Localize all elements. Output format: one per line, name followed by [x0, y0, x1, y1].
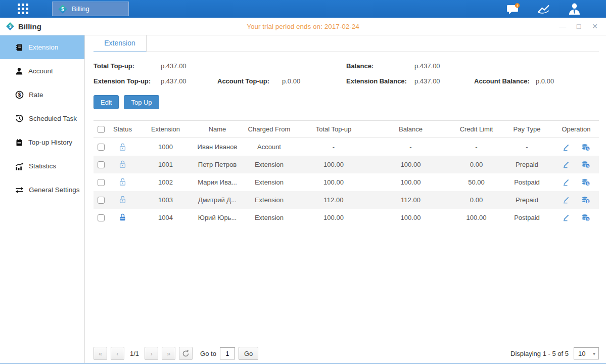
sidebar-item-extension[interactable]: Extension: [0, 35, 84, 59]
table-row: 1003 Дмитрий Д... Extension 112.00 112.0…: [94, 191, 599, 209]
close-icon[interactable]: ✕: [591, 22, 599, 30]
goto-page-input[interactable]: [220, 347, 235, 359]
svg-text:!: !: [517, 4, 518, 8]
topbar-tab-label: Billing: [72, 5, 89, 13]
app-topbar: $ Billing !: [0, 0, 606, 18]
sidebar-item-account[interactable]: Account: [0, 59, 84, 83]
reports-chart-icon[interactable]: [537, 4, 551, 15]
topbar-billing-tab[interactable]: $ Billing: [52, 2, 129, 16]
table-row: 1004 Юрий Юрь... Extension 100.00 100.00…: [94, 209, 599, 226]
pagination-right: Displaying 1 - 5 of 5 10 ▾: [510, 347, 599, 359]
col-charged-from: Charged From: [240, 121, 298, 138]
svg-text:$: $: [61, 6, 64, 12]
first-page-button[interactable]: «: [94, 347, 107, 360]
table-row: 1002 Мария Ива... Extension 100.00 100.0…: [94, 173, 599, 191]
app-grid-menu-icon[interactable]: [18, 4, 29, 15]
col-operation: Operation: [553, 121, 599, 138]
top-up-row-icon[interactable]: $: [581, 196, 590, 204]
sidebar: Extension Account $ Rate: [0, 35, 85, 363]
cell-total-topup: 100.00: [298, 209, 369, 226]
lock-unlocked-icon[interactable]: [119, 143, 126, 151]
extension-table-body: 1000 Иван Иванов Account - - - -: [94, 138, 599, 226]
row-checkbox[interactable]: [98, 197, 105, 204]
row-checkbox[interactable]: [98, 144, 105, 151]
col-extension: Extension: [136, 121, 195, 138]
user-icon: [15, 67, 23, 75]
page-size-select[interactable]: 10 ▾: [574, 347, 599, 359]
extension-table: Status Extension Name Charged From Total…: [94, 120, 599, 226]
col-pay-type: Pay Type: [500, 121, 553, 138]
svg-text:$: $: [587, 182, 589, 186]
billing-summary: Total Top-up: p.437.00 Extension Top-up:…: [94, 62, 599, 85]
top-up-button[interactable]: Top Up: [124, 95, 159, 109]
sidebar-item-label: Extension: [28, 43, 58, 51]
sidebar-item-statistics[interactable]: Statistics: [0, 154, 84, 178]
sidebar-item-topup-history[interactable]: Top-up History: [0, 130, 84, 154]
cell-charged-from: Extension: [240, 191, 298, 209]
refresh-button[interactable]: [179, 347, 193, 360]
extension-topup-value: p.437.00: [161, 77, 217, 85]
prev-page-button[interactable]: ‹: [111, 347, 124, 360]
cell-name: Мария Ива...: [195, 173, 240, 191]
account-balance-label: Account Balance:: [474, 77, 536, 85]
top-up-row-icon[interactable]: $: [581, 178, 590, 186]
cell-credit-limit: 0.00: [452, 191, 500, 209]
row-checkbox[interactable]: [98, 161, 105, 168]
table-row: 1000 Иван Иванов Account - - - -: [94, 138, 599, 156]
tab-extension[interactable]: Extension: [94, 35, 147, 52]
messages-icon[interactable]: !: [506, 3, 520, 15]
select-all-checkbox[interactable]: [98, 126, 105, 133]
table-header-row: Status Extension Name Charged From Total…: [94, 121, 599, 138]
row-checkbox[interactable]: [98, 179, 105, 186]
cell-charged-from: Account: [240, 138, 298, 156]
bar-chart-icon: [15, 162, 24, 170]
window-titlebar: $ Billing Your trial period ends on: 201…: [0, 18, 606, 35]
lock-locked-icon[interactable]: [119, 213, 126, 221]
sidebar-item-label: Account: [28, 67, 53, 75]
billing-window: $ Billing !: [0, 0, 606, 364]
sidebar-item-general-settings[interactable]: General Settings: [0, 178, 84, 202]
window-title: Billing: [18, 22, 41, 31]
cell-name: Петр Петров: [195, 156, 240, 173]
account-topup-value: p.0.00: [282, 77, 346, 85]
minimize-icon[interactable]: —: [558, 22, 567, 30]
go-button[interactable]: Go: [239, 347, 258, 360]
lock-unlocked-icon[interactable]: [119, 178, 126, 186]
user-account-icon[interactable]: [568, 3, 581, 15]
row-checkbox[interactable]: [98, 214, 105, 221]
dropdown-arrow-icon: ▾: [593, 351, 595, 356]
maximize-icon[interactable]: □: [575, 22, 583, 30]
lock-unlocked-icon[interactable]: [119, 160, 126, 168]
last-page-button[interactable]: »: [162, 347, 175, 360]
history-clock-icon: [15, 114, 24, 123]
top-up-row-icon[interactable]: $: [581, 160, 590, 168]
cell-name: Иван Иванов: [195, 138, 240, 156]
cell-pay-type: Prepaid: [500, 191, 553, 209]
page-indicator: 1/1: [128, 350, 141, 357]
col-name: Name: [195, 121, 240, 138]
top-up-row-icon[interactable]: $: [581, 143, 590, 151]
summary-left: Total Top-up: p.437.00 Extension Top-up:…: [94, 62, 346, 85]
total-topup-label: Total Top-up:: [94, 62, 161, 70]
svg-text:$: $: [587, 164, 589, 168]
billing-diamond-icon: $: [6, 22, 15, 31]
cell-balance: 112.00: [369, 191, 452, 209]
edit-row-icon[interactable]: [562, 196, 570, 204]
edit-row-icon[interactable]: [562, 178, 570, 186]
action-buttons: Edit Top Up: [94, 95, 599, 109]
edit-row-icon[interactable]: [562, 213, 570, 221]
next-page-button[interactable]: ›: [145, 347, 158, 360]
sidebar-item-scheduled-task[interactable]: Scheduled Task: [0, 107, 84, 130]
sidebar-item-rate[interactable]: $ Rate: [0, 83, 84, 107]
top-up-row-icon[interactable]: $: [581, 213, 590, 221]
edit-button[interactable]: Edit: [94, 95, 119, 109]
lock-unlocked-icon[interactable]: [119, 196, 126, 204]
edit-row-icon[interactable]: [562, 160, 570, 168]
refresh-icon: [182, 350, 190, 357]
col-credit-limit: Credit Limit: [452, 121, 500, 138]
cell-pay-type: Prepaid: [500, 156, 553, 173]
notebook-icon: [15, 139, 23, 147]
cell-balance: 100.00: [369, 173, 452, 191]
app-title-group: $ Billing: [6, 22, 41, 31]
edit-row-icon[interactable]: [562, 143, 570, 151]
